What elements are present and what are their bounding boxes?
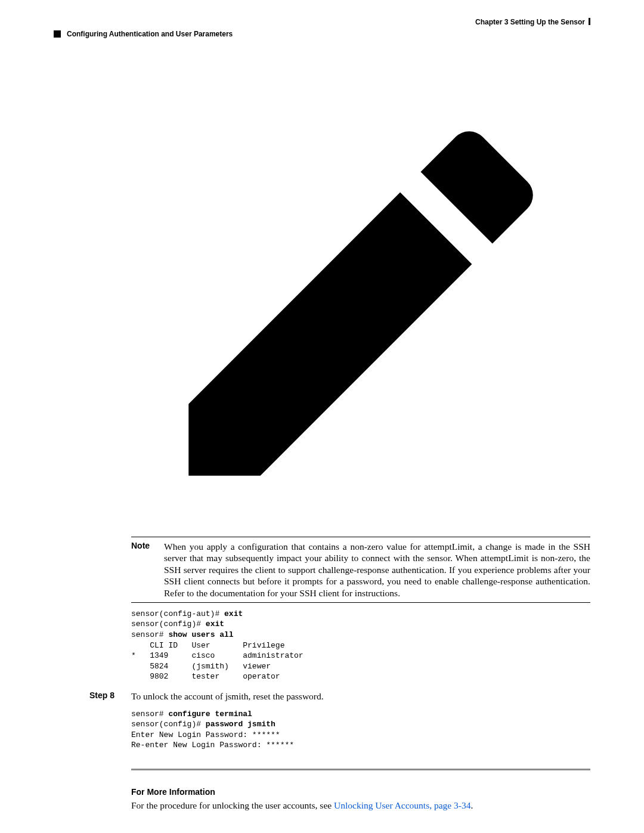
note-text: When you apply a configuration that cont…: [164, 541, 590, 599]
chapter-title: Chapter 3 Setting Up the Sensor: [475, 18, 590, 26]
note-block: Note When you apply a configuration that…: [131, 74, 590, 603]
section-divider-icon: [131, 769, 590, 770]
header-square-icon: [54, 30, 61, 38]
step-8: Step 8 To unlock the account of jsmith, …: [89, 690, 590, 703]
header-bar-icon: [589, 18, 590, 25]
chapter-title-text: Chapter 3 Setting Up the Sensor: [475, 18, 585, 26]
step-text: To unlock the account of jsmith, reset t…: [131, 690, 324, 703]
pencil-icon: [131, 74, 590, 533]
step-label: Step 8: [89, 690, 131, 703]
cli-output-1: sensor(config-aut)# exit sensor(config)#…: [131, 609, 590, 682]
section-breadcrumb-text: Configuring Authentication and User Para…: [67, 30, 233, 38]
for-more-information-heading: For More Information: [131, 787, 590, 797]
for-more-information-text: For the procedure for unlocking the user…: [131, 800, 590, 811]
note-label: Note: [131, 541, 164, 599]
note-icon: [131, 74, 590, 535]
section-breadcrumb: Configuring Authentication and User Para…: [54, 30, 233, 38]
running-header-line2: Configuring Authentication and User Para…: [54, 30, 590, 38]
cli-output-2: sensor# configure terminal sensor(config…: [131, 709, 590, 751]
running-header-line1: Chapter 3 Setting Up the Sensor: [54, 18, 590, 26]
cross-reference-link[interactable]: Unlocking User Accounts, page 3-34: [334, 800, 470, 810]
